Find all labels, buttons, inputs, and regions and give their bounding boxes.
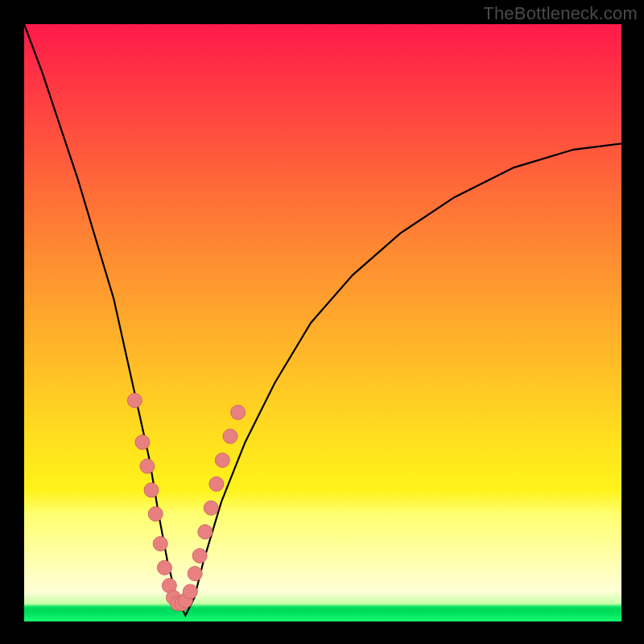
data-marker <box>215 453 229 468</box>
watermark-text: TheBottleneck.com <box>483 3 638 24</box>
curve-layer <box>24 24 621 616</box>
data-marker <box>157 560 171 575</box>
chart-svg <box>24 24 621 621</box>
data-marker <box>135 435 150 449</box>
data-marker <box>127 394 142 408</box>
bottleneck-curve <box>24 24 621 616</box>
data-marker <box>148 506 163 521</box>
data-marker <box>153 537 167 551</box>
data-marker <box>192 548 207 563</box>
marker-layer <box>127 394 245 611</box>
data-marker <box>204 501 218 515</box>
data-marker <box>140 459 155 473</box>
data-marker <box>144 483 159 497</box>
data-marker <box>188 567 202 581</box>
data-marker <box>183 584 197 599</box>
data-marker <box>198 525 213 539</box>
data-marker <box>231 405 246 419</box>
data-marker <box>223 429 237 444</box>
chart-frame: TheBottleneck.com <box>0 0 644 644</box>
data-marker <box>209 477 224 491</box>
